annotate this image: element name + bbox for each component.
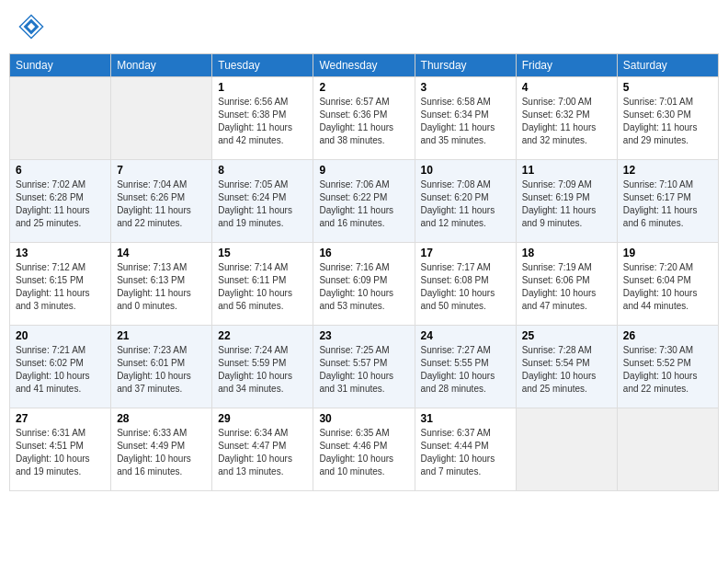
day-number: 30 (319, 412, 408, 425)
day-number: 23 (319, 329, 408, 342)
day-info: Sunrise: 7:05 AMSunset: 6:24 PMDaylight:… (218, 178, 307, 230)
calendar-day-cell: 31Sunrise: 6:37 AMSunset: 4:44 PMDayligh… (415, 408, 516, 491)
calendar-day-cell: 11Sunrise: 7:09 AMSunset: 6:19 PMDayligh… (516, 160, 617, 243)
day-info: Sunrise: 6:31 AMSunset: 4:51 PMDaylight:… (16, 427, 105, 478)
day-number: 21 (117, 329, 206, 342)
day-number: 25 (522, 329, 611, 342)
day-info: Sunrise: 7:30 AMSunset: 5:52 PMDaylight:… (623, 344, 712, 396)
day-number: 13 (16, 247, 105, 259)
calendar-day-cell: 3Sunrise: 6:58 AMSunset: 6:34 PMDaylight… (415, 77, 516, 160)
day-number: 4 (522, 81, 611, 94)
day-info: Sunrise: 7:02 AMSunset: 6:28 PMDaylight:… (16, 178, 105, 230)
calendar-day-cell: 27Sunrise: 6:31 AMSunset: 4:51 PMDayligh… (10, 408, 111, 491)
calendar-day-cell: 17Sunrise: 7:17 AMSunset: 6:08 PMDayligh… (415, 243, 516, 326)
day-number: 28 (117, 412, 206, 425)
day-info: Sunrise: 7:09 AMSunset: 6:19 PMDaylight:… (522, 178, 611, 230)
day-number: 26 (623, 329, 712, 342)
day-info: Sunrise: 7:16 AMSunset: 6:09 PMDaylight:… (319, 261, 408, 313)
calendar-day-header: Tuesday (212, 54, 313, 77)
calendar-day-header: Thursday (415, 54, 516, 77)
calendar-week-row: 6Sunrise: 7:02 AMSunset: 6:28 PMDaylight… (10, 160, 719, 243)
calendar-day-cell: 15Sunrise: 7:14 AMSunset: 6:11 PMDayligh… (212, 243, 313, 326)
day-info: Sunrise: 7:12 AMSunset: 6:15 PMDaylight:… (16, 261, 105, 313)
calendar-day-cell: 30Sunrise: 6:35 AMSunset: 4:46 PMDayligh… (313, 408, 415, 491)
day-number: 15 (218, 247, 307, 259)
day-number: 11 (522, 164, 611, 177)
calendar-day-cell: 7Sunrise: 7:04 AMSunset: 6:26 PMDaylight… (111, 160, 212, 243)
day-number: 6 (16, 164, 105, 177)
calendar-day-cell: 25Sunrise: 7:28 AMSunset: 5:54 PMDayligh… (516, 326, 617, 408)
day-info: Sunrise: 7:06 AMSunset: 6:22 PMDaylight:… (319, 178, 408, 230)
calendar-day-header: Friday (516, 54, 617, 77)
day-info: Sunrise: 6:33 AMSunset: 4:49 PMDaylight:… (117, 427, 206, 478)
day-number: 17 (421, 247, 510, 259)
day-info: Sunrise: 6:35 AMSunset: 4:46 PMDaylight:… (319, 427, 408, 478)
calendar-day-cell (111, 77, 212, 160)
calendar-day-cell: 18Sunrise: 7:19 AMSunset: 6:06 PMDayligh… (516, 243, 617, 326)
day-number: 19 (623, 247, 712, 259)
calendar-day-cell: 20Sunrise: 7:21 AMSunset: 6:02 PMDayligh… (10, 326, 111, 408)
day-info: Sunrise: 7:08 AMSunset: 6:20 PMDaylight:… (421, 178, 510, 230)
day-number: 10 (421, 164, 510, 177)
calendar-day-header: Wednesday (313, 54, 415, 77)
day-info: Sunrise: 6:58 AMSunset: 6:34 PMDaylight:… (421, 96, 510, 147)
calendar-day-cell: 1Sunrise: 6:56 AMSunset: 6:38 PMDaylight… (212, 77, 313, 160)
calendar-day-cell: 26Sunrise: 7:30 AMSunset: 5:52 PMDayligh… (617, 326, 718, 408)
day-info: Sunrise: 7:01 AMSunset: 6:30 PMDaylight:… (623, 96, 712, 147)
day-number: 7 (117, 164, 206, 177)
calendar-day-cell: 2Sunrise: 6:57 AMSunset: 6:36 PMDaylight… (313, 77, 415, 160)
page-header (9, 9, 719, 44)
calendar-day-cell: 12Sunrise: 7:10 AMSunset: 6:17 PMDayligh… (617, 160, 718, 243)
calendar-day-cell: 4Sunrise: 7:00 AMSunset: 6:32 PMDaylight… (516, 77, 617, 160)
logo (18, 14, 48, 40)
day-info: Sunrise: 7:17 AMSunset: 6:08 PMDaylight:… (421, 261, 510, 313)
calendar-table: SundayMondayTuesdayWednesdayThursdayFrid… (9, 53, 719, 491)
day-number: 24 (421, 329, 510, 342)
day-info: Sunrise: 7:21 AMSunset: 6:02 PMDaylight:… (16, 344, 105, 396)
day-number: 18 (522, 247, 611, 259)
calendar-day-header: Saturday (617, 54, 718, 77)
day-info: Sunrise: 7:19 AMSunset: 6:06 PMDaylight:… (522, 261, 611, 313)
calendar-header-row: SundayMondayTuesdayWednesdayThursdayFrid… (10, 54, 719, 77)
day-info: Sunrise: 7:28 AMSunset: 5:54 PMDaylight:… (522, 344, 611, 396)
day-number: 8 (218, 164, 307, 177)
day-info: Sunrise: 6:57 AMSunset: 6:36 PMDaylight:… (319, 96, 408, 147)
calendar-day-cell: 29Sunrise: 6:34 AMSunset: 4:47 PMDayligh… (212, 408, 313, 491)
calendar-day-cell: 22Sunrise: 7:24 AMSunset: 5:59 PMDayligh… (212, 326, 313, 408)
day-number: 20 (16, 329, 105, 342)
calendar-day-header: Monday (111, 54, 212, 77)
day-info: Sunrise: 7:10 AMSunset: 6:17 PMDaylight:… (623, 178, 712, 230)
calendar-day-header: Sunday (10, 54, 111, 77)
day-info: Sunrise: 7:00 AMSunset: 6:32 PMDaylight:… (522, 96, 611, 147)
day-info: Sunrise: 6:56 AMSunset: 6:38 PMDaylight:… (218, 96, 307, 147)
day-number: 31 (421, 412, 510, 425)
day-info: Sunrise: 7:23 AMSunset: 6:01 PMDaylight:… (117, 344, 206, 396)
calendar-day-cell (617, 408, 718, 491)
calendar-day-cell: 5Sunrise: 7:01 AMSunset: 6:30 PMDaylight… (617, 77, 718, 160)
calendar-week-row: 1Sunrise: 6:56 AMSunset: 6:38 PMDaylight… (10, 77, 719, 160)
calendar-day-cell: 9Sunrise: 7:06 AMSunset: 6:22 PMDaylight… (313, 160, 415, 243)
day-info: Sunrise: 7:27 AMSunset: 5:55 PMDaylight:… (421, 344, 510, 396)
day-number: 29 (218, 412, 307, 425)
day-info: Sunrise: 7:24 AMSunset: 5:59 PMDaylight:… (218, 344, 307, 396)
calendar-day-cell: 19Sunrise: 7:20 AMSunset: 6:04 PMDayligh… (617, 243, 718, 326)
calendar-day-cell: 24Sunrise: 7:27 AMSunset: 5:55 PMDayligh… (415, 326, 516, 408)
calendar-day-cell: 21Sunrise: 7:23 AMSunset: 6:01 PMDayligh… (111, 326, 212, 408)
day-info: Sunrise: 7:04 AMSunset: 6:26 PMDaylight:… (117, 178, 206, 230)
calendar-day-cell: 14Sunrise: 7:13 AMSunset: 6:13 PMDayligh… (111, 243, 212, 326)
calendar-day-cell: 28Sunrise: 6:33 AMSunset: 4:49 PMDayligh… (111, 408, 212, 491)
calendar-week-row: 27Sunrise: 6:31 AMSunset: 4:51 PMDayligh… (10, 408, 719, 491)
day-info: Sunrise: 7:25 AMSunset: 5:57 PMDaylight:… (319, 344, 408, 396)
calendar-day-cell (10, 77, 111, 160)
day-number: 12 (623, 164, 712, 177)
logo-icon (18, 14, 44, 40)
day-number: 22 (218, 329, 307, 342)
day-info: Sunrise: 6:34 AMSunset: 4:47 PMDaylight:… (218, 427, 307, 478)
day-number: 3 (421, 81, 510, 94)
calendar-day-cell (516, 408, 617, 491)
day-number: 5 (623, 81, 712, 94)
day-number: 27 (16, 412, 105, 425)
calendar-day-cell: 23Sunrise: 7:25 AMSunset: 5:57 PMDayligh… (313, 326, 415, 408)
day-number: 1 (218, 81, 307, 94)
calendar-day-cell: 8Sunrise: 7:05 AMSunset: 6:24 PMDaylight… (212, 160, 313, 243)
